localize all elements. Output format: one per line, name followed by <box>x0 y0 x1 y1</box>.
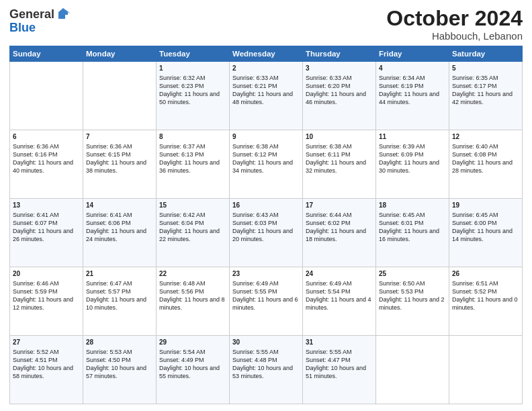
calendar-cell: 14Sunrise: 6:41 AMSunset: 6:06 PMDayligh… <box>83 199 157 267</box>
daylight-text: Daylight: 10 hours and 58 minutes. <box>13 364 80 380</box>
sunrise-text: Sunrise: 6:43 AM <box>232 211 300 219</box>
sunrise-text: Sunrise: 6:45 AM <box>379 211 446 219</box>
day-number: 9 <box>232 132 300 142</box>
calendar-cell: 18Sunrise: 6:45 AMSunset: 6:01 PMDayligh… <box>376 199 449 267</box>
sunset-text: Sunset: 5:55 PM <box>232 287 300 295</box>
daylight-text: Daylight: 11 hours and 20 minutes. <box>232 227 300 243</box>
sunrise-text: Sunrise: 6:36 AM <box>13 142 80 150</box>
sunrise-text: Sunrise: 6:48 AM <box>159 279 226 287</box>
calendar-cell: 11Sunrise: 6:39 AMSunset: 6:09 PMDayligh… <box>376 130 449 199</box>
calendar-cell: 17Sunrise: 6:44 AMSunset: 6:02 PMDayligh… <box>303 199 376 267</box>
sunrise-text: Sunrise: 6:51 AM <box>452 279 519 287</box>
day-number: 26 <box>452 269 519 279</box>
daylight-text: Daylight: 11 hours and 22 minutes. <box>159 227 226 243</box>
sunset-text: Sunset: 5:56 PM <box>159 287 226 295</box>
sunset-text: Sunset: 4:48 PM <box>232 356 300 364</box>
sunset-text: Sunset: 6:08 PM <box>452 150 519 158</box>
calendar-cell: 15Sunrise: 6:42 AMSunset: 6:04 PMDayligh… <box>157 199 230 267</box>
daylight-text: Daylight: 11 hours and 30 minutes. <box>379 158 446 175</box>
calendar-cell: 28Sunrise: 5:53 AMSunset: 4:50 PMDayligh… <box>83 336 157 404</box>
sunset-text: Sunset: 6:16 PM <box>13 150 80 158</box>
day-number: 12 <box>452 132 519 142</box>
weekday-header-saturday: Saturday <box>449 46 523 62</box>
sunset-text: Sunset: 6:13 PM <box>159 150 226 158</box>
sunrise-text: Sunrise: 6:32 AM <box>159 74 226 82</box>
calendar-cell <box>10 62 83 130</box>
day-number: 30 <box>232 338 300 347</box>
daylight-text: Daylight: 11 hours and 14 minutes. <box>452 227 519 243</box>
calendar-cell: 12Sunrise: 6:40 AMSunset: 6:08 PMDayligh… <box>449 130 523 199</box>
sunrise-text: Sunrise: 5:55 AM <box>232 348 300 356</box>
logo: General Blue <box>9 7 71 34</box>
day-number: 27 <box>13 338 80 347</box>
sunrise-text: Sunrise: 5:53 AM <box>86 348 153 356</box>
sunset-text: Sunset: 4:50 PM <box>86 356 153 364</box>
sunrise-text: Sunrise: 5:54 AM <box>159 348 226 356</box>
week-row-1: 1Sunrise: 6:32 AMSunset: 6:23 PMDaylight… <box>10 62 523 130</box>
daylight-text: Daylight: 11 hours and 2 minutes. <box>379 295 446 312</box>
day-number: 13 <box>13 201 80 210</box>
calendar-cell <box>376 336 449 404</box>
day-number: 24 <box>306 269 373 279</box>
daylight-text: Daylight: 11 hours and 44 minutes. <box>379 90 446 106</box>
day-number: 15 <box>159 201 226 210</box>
title-area: October 2024 Habbouch, Lebanon <box>386 7 523 42</box>
daylight-text: Daylight: 11 hours and 40 minutes. <box>13 158 80 175</box>
daylight-text: Daylight: 11 hours and 28 minutes. <box>452 158 519 175</box>
sunrise-text: Sunrise: 5:52 AM <box>13 348 80 356</box>
calendar-cell: 13Sunrise: 6:41 AMSunset: 6:07 PMDayligh… <box>10 199 83 267</box>
calendar-cell: 21Sunrise: 6:47 AMSunset: 5:57 PMDayligh… <box>83 267 157 336</box>
weekday-header-tuesday: Tuesday <box>157 46 230 62</box>
logo-blue: Blue <box>9 21 36 34</box>
calendar-cell: 16Sunrise: 6:43 AMSunset: 6:03 PMDayligh… <box>230 199 303 267</box>
calendar-cell: 1Sunrise: 6:32 AMSunset: 6:23 PMDaylight… <box>157 62 230 130</box>
daylight-text: Daylight: 11 hours and 10 minutes. <box>86 295 153 312</box>
month-title: October 2024 <box>386 7 523 30</box>
daylight-text: Daylight: 11 hours and 38 minutes. <box>86 158 153 175</box>
weekday-header-row: SundayMondayTuesdayWednesdayThursdayFrid… <box>10 46 523 62</box>
sunset-text: Sunset: 4:51 PM <box>13 356 80 364</box>
sunset-text: Sunset: 6:15 PM <box>86 150 153 158</box>
sunset-text: Sunset: 6:17 PM <box>452 82 519 90</box>
weekday-header-sunday: Sunday <box>10 46 83 62</box>
day-number: 10 <box>306 132 373 142</box>
day-number: 16 <box>232 201 300 210</box>
daylight-text: Daylight: 11 hours and 8 minutes. <box>159 295 226 312</box>
daylight-text: Daylight: 11 hours and 16 minutes. <box>379 227 446 243</box>
calendar-cell: 3Sunrise: 6:33 AMSunset: 6:20 PMDaylight… <box>303 62 376 130</box>
day-number: 23 <box>232 269 300 279</box>
day-number: 1 <box>159 64 226 73</box>
calendar-cell: 29Sunrise: 5:54 AMSunset: 4:49 PMDayligh… <box>157 336 230 404</box>
daylight-text: Daylight: 11 hours and 36 minutes. <box>159 158 226 175</box>
sunrise-text: Sunrise: 6:49 AM <box>306 279 373 287</box>
calendar-cell: 10Sunrise: 6:38 AMSunset: 6:11 PMDayligh… <box>303 130 376 199</box>
week-row-4: 20Sunrise: 6:46 AMSunset: 5:59 PMDayligh… <box>10 267 523 336</box>
calendar-cell: 27Sunrise: 5:52 AMSunset: 4:51 PMDayligh… <box>10 336 83 404</box>
sunset-text: Sunset: 6:21 PM <box>232 82 300 90</box>
weekday-header-thursday: Thursday <box>303 46 376 62</box>
sunrise-text: Sunrise: 6:45 AM <box>452 211 519 219</box>
day-number: 3 <box>306 64 373 73</box>
svg-marker-2 <box>65 15 68 19</box>
calendar-cell <box>83 62 157 130</box>
calendar-cell: 8Sunrise: 6:37 AMSunset: 6:13 PMDaylight… <box>157 130 230 199</box>
sunset-text: Sunset: 5:57 PM <box>86 287 153 295</box>
sunrise-text: Sunrise: 6:44 AM <box>306 211 373 219</box>
daylight-text: Daylight: 11 hours and 48 minutes. <box>232 90 300 106</box>
daylight-text: Daylight: 11 hours and 6 minutes. <box>232 295 300 312</box>
day-number: 4 <box>379 64 446 73</box>
sunset-text: Sunset: 4:49 PM <box>159 356 226 364</box>
sunset-text: Sunset: 5:53 PM <box>379 287 446 295</box>
sunrise-text: Sunrise: 6:40 AM <box>452 142 519 150</box>
sunset-text: Sunset: 6:23 PM <box>159 82 226 90</box>
day-number: 22 <box>159 269 226 279</box>
day-number: 19 <box>452 201 519 210</box>
daylight-text: Daylight: 10 hours and 57 minutes. <box>86 364 153 380</box>
sunrise-text: Sunrise: 6:46 AM <box>13 279 80 287</box>
sunset-text: Sunset: 5:59 PM <box>13 287 80 295</box>
calendar-cell: 7Sunrise: 6:36 AMSunset: 6:15 PMDaylight… <box>83 130 157 199</box>
sunset-text: Sunset: 6:04 PM <box>159 219 226 227</box>
week-row-5: 27Sunrise: 5:52 AMSunset: 4:51 PMDayligh… <box>10 336 523 404</box>
sunset-text: Sunset: 6:02 PM <box>306 219 373 227</box>
day-number: 18 <box>379 201 446 210</box>
